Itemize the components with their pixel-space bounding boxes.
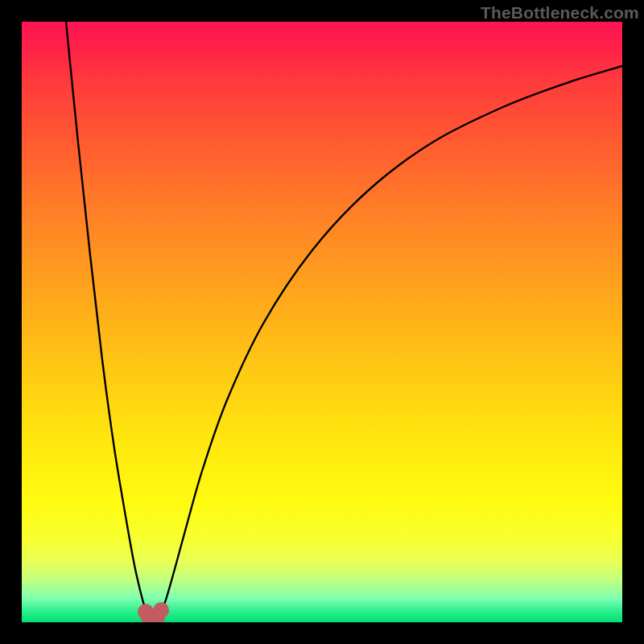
plot-area [22,22,622,622]
chart-frame: TheBottleneck.com [0,0,644,644]
valley-marker [153,602,169,618]
bottleneck-curve [22,22,622,622]
watermark-text: TheBottleneck.com [481,3,639,23]
curve-path [66,22,622,617]
